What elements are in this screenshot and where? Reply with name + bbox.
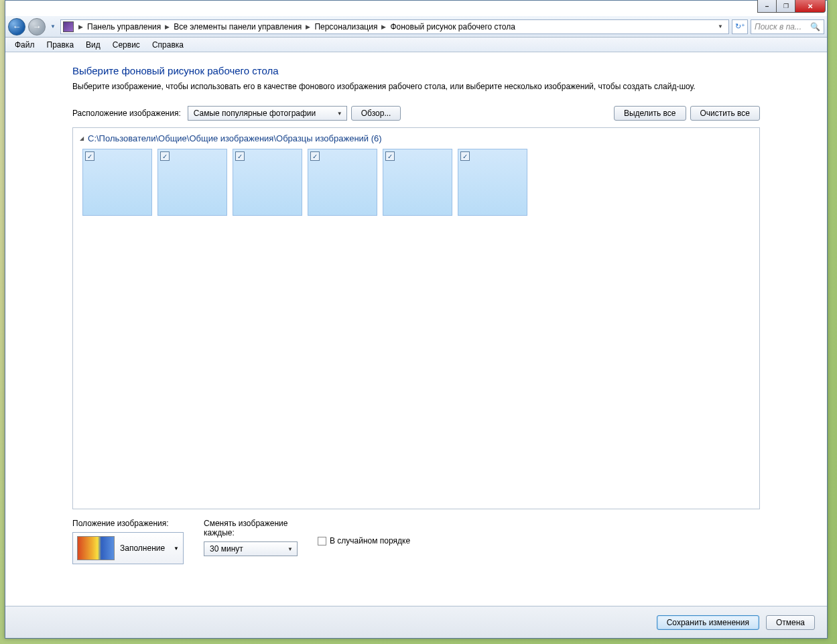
location-label: Расположение изображения: [72,109,181,118]
browse-button[interactable]: Обзор... [351,106,401,121]
thumbnail-checkbox[interactable]: ✓ [235,151,245,161]
breadcrumb-item[interactable]: Персонализация [312,22,379,31]
location-row: Расположение изображения: Самые популярн… [72,106,760,121]
menu-bar: Файл Правка Вид Сервис Справка [5,38,827,52]
image-thumbnail[interactable]: ✓ [157,149,227,216]
breadcrumb-item[interactable]: Все элементы панели управления [172,22,304,31]
address-dropdown-icon[interactable]: ▼ [714,23,726,29]
shuffle-checkbox[interactable] [318,537,326,545]
position-preview-icon [77,536,115,560]
group-path: C:\Пользователи\Общие\Общие изображения\… [88,133,382,143]
chevron-down-icon: ▼ [174,545,179,552]
position-picker[interactable]: Заполнение ▼ [72,532,184,564]
image-list: ◢ C:\Пользователи\Общие\Общие изображени… [72,127,760,509]
select-all-button[interactable]: Выделить все [614,106,686,121]
image-group-header[interactable]: ◢ C:\Пользователи\Общие\Общие изображени… [80,133,753,143]
image-thumbnail[interactable]: ✓ [458,149,527,216]
minimize-button[interactable] [757,0,777,13]
interval-label: Сменять изображение каждые: [204,519,298,537]
search-icon: 🔍 [810,22,820,31]
position-value: Заполнение [120,543,168,553]
menu-file[interactable]: Файл [9,39,40,51]
personalization-icon [63,21,74,32]
chevron-right-icon: ▶ [304,23,312,30]
page-title: Выберите фоновый рисунок рабочего стола [72,65,760,76]
clear-all-button[interactable]: Очистить все [690,106,760,121]
breadcrumb-item[interactable]: Фоновый рисунок рабочего стола [388,22,517,31]
search-placeholder: Поиск в па... [755,22,801,31]
nav-back-button[interactable]: ← [8,18,25,36]
shuffle-option[interactable]: В случайном порядке [318,536,410,545]
thumbnail-checkbox[interactable]: ✓ [310,151,320,161]
location-combo[interactable]: Самые популярные фотографии ▼ [188,106,347,121]
interval-combo[interactable]: 30 минут ▼ [204,541,298,556]
interval-column: Сменять изображение каждые: 30 минут ▼ [204,519,298,556]
window-controls [758,0,826,13]
interval-value: 30 минут [210,544,243,554]
thumbnail-checkbox[interactable]: ✓ [85,151,94,161]
nav-forward-button[interactable]: → [28,18,46,36]
chevron-right-icon: ▶ [163,23,172,30]
page-subtitle: Выберите изображение, чтобы использовать… [72,82,760,91]
position-label: Положение изображения: [72,519,184,528]
explorer-window: ← → ▼ ▶ Панель управления ▶ Все элементы… [5,0,828,639]
menu-view[interactable]: Вид [80,39,106,51]
address-bar: ← → ▼ ▶ Панель управления ▶ Все элементы… [5,16,827,38]
image-thumbnail[interactable]: ✓ [308,149,377,216]
thumbnail-row: ✓ ✓ ✓ ✓ ✓ ✓ [80,149,753,216]
image-thumbnail[interactable]: ✓ [82,149,152,216]
search-input[interactable]: Поиск в па... 🔍 [751,19,824,34]
breadcrumb-item[interactable]: Панель управления [85,22,163,31]
image-thumbnail[interactable]: ✓ [233,149,302,216]
content-pane: Выберите фоновый рисунок рабочего стола … [5,53,827,604]
cancel-button[interactable]: Отмена [766,615,815,630]
collapse-icon: ◢ [80,135,84,141]
bottom-options: Положение изображения: Заполнение ▼ Смен… [72,519,760,564]
chevron-right-icon: ▶ [379,23,388,30]
refresh-button[interactable]: ↻⁺ [732,19,748,34]
thumbnail-checkbox[interactable]: ✓ [160,151,170,161]
close-button[interactable] [795,0,826,13]
nav-history-dropdown[interactable]: ▼ [48,20,58,34]
menu-help[interactable]: Справка [147,39,189,51]
location-value: Самые популярные фотографии [194,109,316,118]
maximize-button[interactable] [776,0,795,13]
footer-bar: Сохранить изменения Отмена [5,606,827,638]
menu-edit[interactable]: Правка [42,39,80,51]
image-thumbnail[interactable]: ✓ [383,149,452,216]
breadcrumb-bar[interactable]: ▶ Панель управления ▶ Все элементы панел… [60,19,729,34]
position-column: Положение изображения: Заполнение ▼ [72,519,184,564]
chevron-down-icon: ▼ [337,111,342,117]
chevron-down-icon: ▼ [287,546,293,552]
chevron-right-icon: ▶ [76,23,85,30]
shuffle-label: В случайном порядке [330,536,410,545]
thumbnail-checkbox[interactable]: ✓ [460,151,470,161]
thumbnail-checkbox[interactable]: ✓ [385,151,395,161]
save-button[interactable]: Сохранить изменения [657,615,759,630]
menu-tools[interactable]: Сервис [107,39,145,51]
